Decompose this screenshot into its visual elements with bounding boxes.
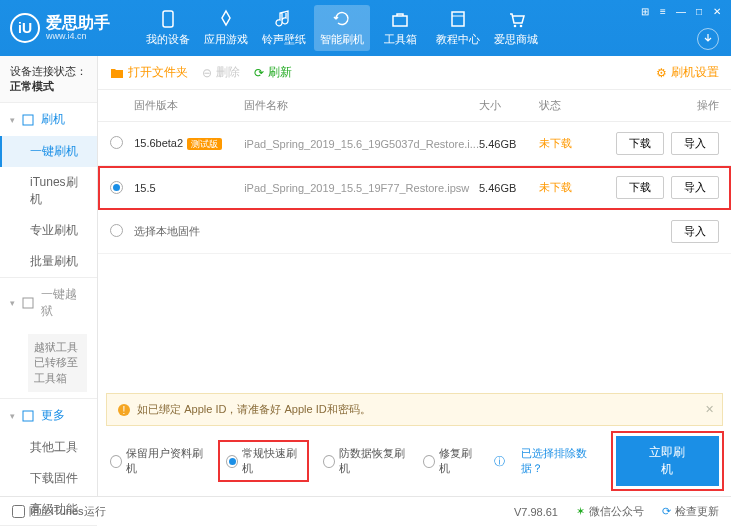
firmware-row[interactable]: 15.6beta2测试版 iPad_Spring_2019_15.6_19G50…: [98, 122, 731, 166]
appleid-warning: ! 如已绑定 Apple ID，请准备好 Apple ID和密码。 ✕: [106, 393, 723, 426]
minimize-icon[interactable]: —: [673, 4, 689, 18]
nav-toolbox[interactable]: 工具箱: [372, 5, 428, 51]
exclude-data-link[interactable]: 已选择排除数据？: [521, 446, 600, 476]
svg-text:!: !: [123, 405, 126, 416]
statusbar: 阻止iTunes运行 V7.98.61 ✶微信公众号 ⟳检查更新: [0, 496, 731, 526]
apps-icon: [216, 9, 236, 29]
chevron-down-icon: ▾: [10, 298, 15, 308]
flash-options: 保留用户资料刷机 常规快速刷机 防数据恢复刷机 修复刷机 ⓘ 已选择排除数据？ …: [98, 426, 731, 496]
block-itunes-checkbox[interactable]: 阻止iTunes运行: [12, 504, 106, 519]
toolbar: 打开文件夹 ⊖删除 ⟳刷新 ⚙刷机设置: [98, 56, 731, 90]
svg-rect-1: [393, 16, 407, 26]
refresh-icon: [332, 9, 352, 29]
beta-badge: 测试版: [187, 138, 222, 150]
version-label: V7.98.61: [514, 506, 558, 518]
sidebar: 设备连接状态：正常模式 ▾刷机一键刷机iTunes刷机专业刷机批量刷机▾一键越狱…: [0, 56, 98, 496]
side-item-一键刷机[interactable]: 一键刷机: [0, 136, 97, 167]
import-button[interactable]: 导入: [671, 220, 719, 243]
table-header: 固件版本 固件名称 大小 状态 操作: [98, 90, 731, 122]
local-firmware-row[interactable]: 选择本地固件 导入: [98, 210, 731, 254]
svg-rect-2: [452, 12, 464, 26]
close-icon[interactable]: ✕: [705, 403, 714, 416]
nav-cart[interactable]: 爱思商城: [488, 5, 544, 51]
side-group-刷机[interactable]: ▾刷机: [0, 103, 97, 136]
check-update-link[interactable]: ⟳检查更新: [662, 504, 719, 519]
side-item-其他工具[interactable]: 其他工具: [0, 432, 97, 463]
gear-icon: ⚙: [656, 66, 667, 80]
side-item-iTunes刷机[interactable]: iTunes刷机: [0, 167, 97, 215]
import-button[interactable]: 导入: [671, 132, 719, 155]
svg-rect-8: [23, 411, 33, 421]
radio-icon[interactable]: [110, 136, 123, 149]
svg-rect-0: [163, 11, 173, 27]
svg-point-4: [514, 25, 517, 28]
nav-book[interactable]: 教程中心: [430, 5, 486, 51]
wechat-icon: ✶: [576, 505, 585, 518]
skin-icon[interactable]: ⊞: [637, 4, 653, 18]
import-button[interactable]: 导入: [671, 176, 719, 199]
jailbreak-moved-note: 越狱工具已转移至工具箱: [28, 334, 87, 392]
download-button[interactable]: 下载: [616, 132, 664, 155]
app-url: www.i4.cn: [46, 32, 110, 42]
wechat-link[interactable]: ✶微信公众号: [576, 504, 644, 519]
side-group-更多[interactable]: ▾更多: [0, 399, 97, 432]
info-icon[interactable]: ⓘ: [494, 454, 505, 469]
side-item-下载固件[interactable]: 下载固件: [0, 463, 97, 494]
unlock-icon: [21, 296, 35, 310]
chevron-down-icon: ▾: [10, 115, 15, 125]
svg-rect-7: [23, 298, 33, 308]
nav-refresh[interactable]: 智能刷机: [314, 5, 370, 51]
main-nav: 我的设备应用游戏铃声壁纸智能刷机工具箱教程中心爱思商城: [140, 5, 544, 51]
flash-settings-button[interactable]: ⚙刷机设置: [656, 64, 719, 81]
toolbox-icon: [390, 9, 410, 29]
main-panel: 打开文件夹 ⊖删除 ⟳刷新 ⚙刷机设置 固件版本 固件名称 大小 状态 操作 1…: [98, 56, 731, 496]
device-status: 设备连接状态：正常模式: [0, 56, 97, 103]
nav-music[interactable]: 铃声壁纸: [256, 5, 312, 51]
warning-icon: !: [117, 403, 131, 417]
download-indicator-icon[interactable]: [697, 28, 719, 50]
download-button[interactable]: 下载: [616, 176, 664, 199]
open-folder-button[interactable]: 打开文件夹: [110, 64, 188, 81]
svg-rect-6: [23, 115, 33, 125]
app-name: 爱思助手: [46, 14, 110, 32]
folder-icon: [110, 67, 124, 79]
titlebar: iU 爱思助手 www.i4.cn 我的设备应用游戏铃声壁纸智能刷机工具箱教程中…: [0, 0, 731, 56]
opt-anti-recovery[interactable]: 防数据恢复刷机: [323, 446, 407, 476]
firmware-row[interactable]: 15.5 iPad_Spring_2019_15.5_19F77_Restore…: [98, 166, 731, 210]
chevron-down-icon: ▾: [10, 411, 15, 421]
update-icon: ⟳: [662, 505, 671, 518]
more-icon: [21, 409, 35, 423]
app-logo: iU 爱思助手 www.i4.cn: [10, 13, 110, 43]
flash-now-button[interactable]: 立即刷机: [616, 436, 719, 486]
delete-icon: ⊖: [202, 66, 212, 80]
music-icon: [274, 9, 294, 29]
side-item-批量刷机[interactable]: 批量刷机: [0, 246, 97, 277]
nav-apps[interactable]: 应用游戏: [198, 5, 254, 51]
side-item-专业刷机[interactable]: 专业刷机: [0, 215, 97, 246]
refresh-button[interactable]: ⟳刷新: [254, 64, 292, 81]
book-icon: [448, 9, 468, 29]
opt-keep-data[interactable]: 保留用户资料刷机: [110, 446, 204, 476]
phone-icon: [158, 9, 178, 29]
opt-normal[interactable]: 常规快速刷机: [220, 442, 306, 480]
nav-phone[interactable]: 我的设备: [140, 5, 196, 51]
refresh-icon: ⟳: [254, 66, 264, 80]
side-group-一键越狱[interactable]: ▾一键越狱: [0, 278, 97, 328]
radio-icon[interactable]: [110, 181, 123, 194]
radio-icon[interactable]: [110, 224, 123, 237]
window-controls: ⊞≡—□✕: [637, 4, 725, 18]
logo-icon: iU: [10, 13, 40, 43]
flash-icon: [21, 113, 35, 127]
delete-button: ⊖删除: [202, 64, 240, 81]
menu-icon[interactable]: ≡: [655, 4, 671, 18]
close-icon[interactable]: ✕: [709, 4, 725, 18]
svg-point-5: [520, 25, 523, 28]
opt-repair[interactable]: 修复刷机: [423, 446, 478, 476]
maximize-icon[interactable]: □: [691, 4, 707, 18]
cart-icon: [506, 9, 526, 29]
